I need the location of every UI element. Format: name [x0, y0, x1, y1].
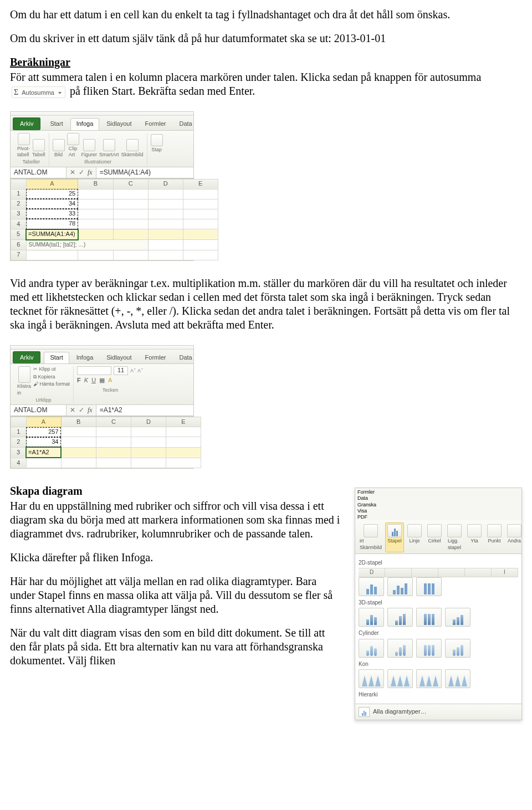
paste-button[interactable]: Klistra in	[17, 366, 31, 396]
area-chart-button[interactable]: Yta	[465, 522, 484, 552]
screenshot-button-partial[interactable]: irt Skärmbild	[357, 522, 384, 552]
col-header[interactable]: B	[78, 179, 114, 189]
cancel-icon[interactable]: ✕	[70, 168, 75, 177]
chart-thumb[interactable]	[387, 669, 413, 688]
copy-button[interactable]: ⧉ Kopiera	[33, 374, 70, 380]
cell-editing[interactable]: =A1*A2	[26, 447, 61, 458]
chart-thumb[interactable]	[359, 608, 384, 627]
row-header[interactable]: 4	[11, 458, 27, 468]
cell[interactable]: 25	[26, 189, 78, 199]
chart-thumb[interactable]	[445, 639, 470, 658]
chart-thumb[interactable]	[416, 577, 442, 596]
table-button[interactable]: Tabell	[32, 139, 45, 158]
all-chart-types-button[interactable]: Alla diagramtyper…	[355, 704, 521, 720]
tab-data[interactable]: Data	[173, 352, 198, 364]
tab-sidlayout[interactable]: Sidlayout	[100, 118, 137, 130]
pie-chart-button[interactable]: Cirkel	[425, 522, 444, 552]
cancel-icon[interactable]: ✕	[70, 406, 75, 414]
format-painter-button[interactable]: 🖌 Hämta format	[33, 381, 70, 387]
tab-data[interactable]: Data	[173, 118, 198, 130]
tab-visa[interactable]: Visa	[357, 508, 519, 514]
italic-button[interactable]: K	[84, 377, 88, 385]
row-header[interactable]: 6	[11, 240, 27, 250]
spreadsheet-grid[interactable]: A B C D E 125 234 333 478 5=SUMMA(A1:A4)…	[11, 178, 193, 260]
col-header[interactable]: D	[148, 179, 183, 189]
chart-thumb[interactable]	[445, 669, 470, 688]
shapes-button[interactable]: Figurer	[81, 139, 98, 158]
cell[interactable]: 33	[26, 209, 78, 219]
chart-thumb[interactable]	[445, 608, 470, 627]
tab-sidlayout[interactable]: Sidlayout	[100, 352, 137, 364]
enter-icon[interactable]: ✓	[79, 406, 84, 414]
row-header[interactable]: 1	[11, 189, 27, 199]
col-header[interactable]: C	[96, 417, 131, 427]
row-header[interactable]: 5	[11, 229, 27, 240]
cell[interactable]: 78	[26, 219, 78, 229]
screenshot-button[interactable]: Skärmbild	[121, 139, 144, 158]
tab-start[interactable]: Start	[44, 118, 69, 130]
row-header[interactable]: 4	[11, 219, 27, 229]
fx-icon[interactable]: fx	[88, 168, 93, 177]
col-header[interactable]: E	[183, 179, 218, 189]
bold-button[interactable]: F	[77, 377, 81, 385]
tab-granska[interactable]: Granska	[357, 502, 519, 508]
enter-icon[interactable]: ✓	[79, 168, 84, 177]
font-size-input[interactable]: 11	[114, 366, 128, 375]
row-header[interactable]: 2	[11, 199, 27, 209]
row-header[interactable]: 3	[11, 447, 27, 458]
line-chart-button[interactable]: Linje	[405, 522, 424, 552]
fx-icon[interactable]: fx	[88, 406, 93, 414]
formula-input[interactable]: =SUMMA(A1:A4)	[96, 167, 193, 178]
clipart-button[interactable]: Clip Art	[67, 133, 79, 158]
row-header[interactable]: 1	[11, 427, 27, 437]
col-header[interactable]: C	[113, 179, 148, 189]
tab-file[interactable]: Arkiv	[13, 117, 40, 130]
cell-editing[interactable]: =SUMMA(A1:A4)	[26, 229, 78, 240]
col-header[interactable]: A	[26, 417, 61, 427]
chart-thumb[interactable]	[359, 577, 384, 596]
scatter-chart-button[interactable]: Punkt	[485, 522, 504, 552]
pivot-table-button[interactable]: Pivot- tabell	[17, 133, 30, 158]
tab-file[interactable]: Arkiv	[13, 351, 40, 364]
tab-infoga[interactable]: Infoga	[70, 352, 100, 364]
row-header[interactable]: 3	[11, 209, 27, 219]
col-header[interactable]: E	[166, 417, 201, 427]
other-charts-button[interactable]: Andra	[505, 522, 524, 552]
chart-thumb[interactable]	[416, 669, 442, 688]
cell[interactable]: 257	[26, 427, 61, 437]
cut-button[interactable]: ✂ Klipp ut	[33, 366, 70, 372]
chart-thumb[interactable]	[416, 639, 442, 658]
tab-data[interactable]: Data	[357, 495, 519, 501]
col-header[interactable]: A	[26, 179, 78, 189]
select-all[interactable]	[11, 179, 27, 189]
cell[interactable]: 34	[26, 199, 78, 209]
col-header[interactable]: D	[131, 417, 166, 427]
chart-thumb[interactable]	[416, 608, 442, 627]
tab-formler[interactable]: Formler	[139, 352, 172, 364]
cell[interactable]: 34	[26, 437, 61, 448]
smartart-button[interactable]: SmartArt	[99, 139, 119, 158]
row-header[interactable]: 2	[11, 437, 27, 448]
chart-thumb[interactable]	[387, 577, 413, 596]
row-header[interactable]: 7	[11, 250, 27, 260]
chart-thumb[interactable]	[387, 639, 413, 658]
col-header[interactable]: B	[61, 417, 96, 427]
tab-start[interactable]: Start	[44, 352, 69, 364]
name-box[interactable]: ANTAL.OM	[11, 405, 66, 416]
tab-formler[interactable]: Formler	[139, 118, 172, 130]
formula-input[interactable]: =A1*A2	[96, 405, 193, 416]
bar-chart-button[interactable]: Ligg. stapel	[445, 522, 464, 552]
chart-thumb[interactable]	[359, 669, 384, 688]
name-box[interactable]: ANTAL.OM	[11, 167, 66, 178]
column-chart-button[interactable]: Stap	[151, 134, 163, 153]
column-chart-button[interactable]: Stapel	[385, 522, 404, 552]
select-all[interactable]	[11, 417, 27, 427]
picture-button[interactable]: Bild	[53, 139, 65, 158]
tab-pdf[interactable]: PDF	[357, 514, 519, 520]
chart-thumb[interactable]	[387, 608, 413, 627]
underline-button[interactable]: U	[91, 377, 96, 385]
chart-thumb[interactable]	[359, 639, 384, 658]
tab-formler[interactable]: Formler	[357, 489, 519, 495]
tab-infoga[interactable]: Infoga	[70, 118, 100, 130]
spreadsheet-grid[interactable]: A B C D E 1257 234 3=A1*A2 4	[11, 416, 193, 468]
